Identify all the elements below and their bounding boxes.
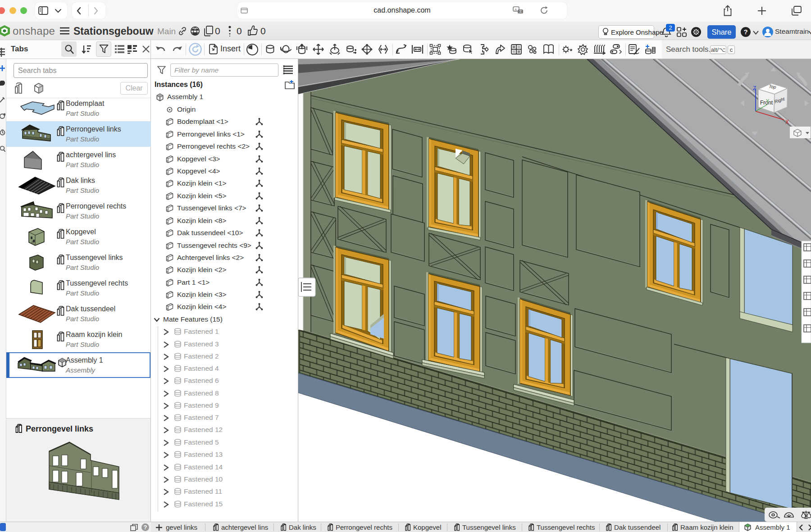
- svg-text:Z: Z: [753, 85, 756, 91]
- svg-text:Top: Top: [769, 84, 777, 90]
- svg-text:?: ?: [743, 28, 747, 36]
- svg-text:Y: Y: [766, 98, 770, 104]
- svg-text:文: 文: [519, 9, 522, 13]
- svg-text:X: X: [785, 119, 789, 125]
- svg-text:A: A: [515, 8, 517, 12]
